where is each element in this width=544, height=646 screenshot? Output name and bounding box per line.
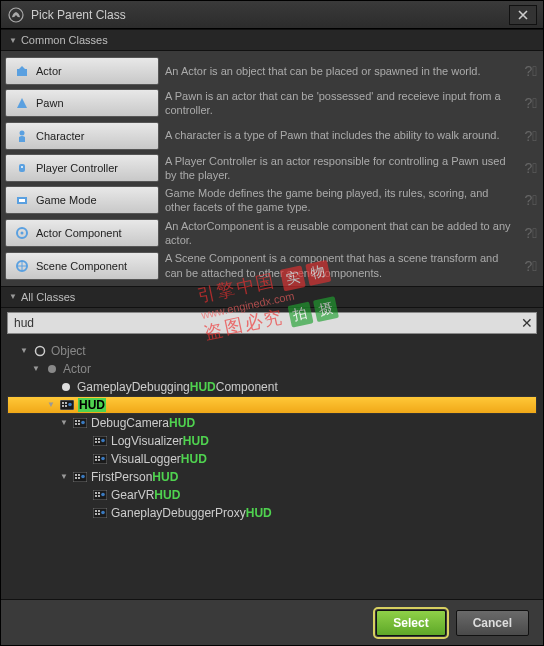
help-icon[interactable]: ?⃝ xyxy=(523,128,539,144)
class-label: Actor xyxy=(36,65,62,77)
tree-node[interactable]: LogVisualizerHUD xyxy=(7,432,537,450)
svg-point-18 xyxy=(62,405,64,407)
svg-point-13 xyxy=(48,365,56,373)
window-title: Pick Parent Class xyxy=(31,8,509,22)
class-row: Game ModeGame Mode defines the game bein… xyxy=(5,186,539,215)
class-button-scene-component[interactable]: Scene Component xyxy=(5,252,159,280)
class-row: CharacterA character is a type of Pawn t… xyxy=(5,122,539,150)
svg-point-37 xyxy=(98,459,100,461)
tree-label: GearVRHUD xyxy=(111,488,180,502)
svg-rect-39 xyxy=(73,472,87,482)
class-description: A Scene Component is a component that ha… xyxy=(165,251,517,280)
class-button-actor-component[interactable]: Actor Component xyxy=(5,219,159,247)
all-classes-header[interactable]: ▼ All Classes xyxy=(1,286,543,308)
tree-label: VisualLoggerHUD xyxy=(111,452,207,466)
class-description: A character is a type of Pawn that inclu… xyxy=(165,128,517,142)
tree-node-actor[interactable]: ▼ Actor xyxy=(7,360,537,378)
class-button-game-mode[interactable]: Game Mode xyxy=(5,186,159,214)
svg-point-19 xyxy=(65,405,67,407)
tree-node[interactable]: VisualLoggerHUD xyxy=(7,450,537,468)
class-icon xyxy=(14,63,30,79)
svg-point-42 xyxy=(75,477,77,479)
svg-point-17 xyxy=(65,402,67,404)
help-icon[interactable]: ?⃝ xyxy=(523,160,539,176)
class-icon xyxy=(33,346,47,356)
common-classes-panel: ActorAn Actor is an object that can be p… xyxy=(1,51,543,286)
tree-label: Actor xyxy=(63,362,91,376)
svg-rect-45 xyxy=(93,490,107,500)
caret-down-icon: ▼ xyxy=(19,346,29,355)
class-button-actor[interactable]: Actor xyxy=(5,57,159,85)
class-button-pawn[interactable]: Pawn xyxy=(5,89,159,117)
class-button-player-controller[interactable]: Player Controller xyxy=(5,154,159,182)
class-label: Game Mode xyxy=(36,194,97,206)
tree-node-object[interactable]: ▼ Object xyxy=(7,342,537,360)
help-icon[interactable]: ?⃝ xyxy=(523,63,539,79)
class-description: An Actor is an object that can be placed… xyxy=(165,64,517,78)
class-icon xyxy=(14,258,30,274)
section-label: All Classes xyxy=(21,291,75,303)
class-icon xyxy=(14,160,30,176)
tree-node[interactable]: ▼DebugCameraHUD xyxy=(7,414,537,432)
svg-point-54 xyxy=(95,513,97,515)
svg-point-50 xyxy=(101,493,105,497)
class-description: A Player Controller is an actor responsi… xyxy=(165,154,517,183)
help-icon[interactable]: ?⃝ xyxy=(523,225,539,241)
tree-label: DebugCameraHUD xyxy=(91,416,195,430)
cancel-button[interactable]: Cancel xyxy=(456,610,529,636)
svg-point-46 xyxy=(95,492,97,494)
svg-point-34 xyxy=(95,456,97,458)
tree-node[interactable]: GameplayDebuggingHUDComponent xyxy=(7,378,537,396)
class-icon xyxy=(59,382,73,392)
tree-label: GaneplayDebuggerProxyHUD xyxy=(111,506,272,520)
section-label: Common Classes xyxy=(21,34,108,46)
help-icon[interactable]: ?⃝ xyxy=(523,95,539,111)
class-icon xyxy=(14,95,30,111)
svg-point-16 xyxy=(62,402,64,404)
class-icon xyxy=(93,454,107,464)
close-button[interactable] xyxy=(509,5,537,25)
svg-point-29 xyxy=(98,438,100,440)
class-description: A Pawn is an actor that can be 'possesse… xyxy=(165,89,517,118)
clear-search-button[interactable]: ✕ xyxy=(518,315,536,331)
svg-point-47 xyxy=(98,492,100,494)
common-classes-header[interactable]: ▼ Common Classes xyxy=(1,29,543,51)
tree-node[interactable]: ▼HUD xyxy=(7,396,537,414)
svg-point-41 xyxy=(78,474,80,476)
svg-rect-15 xyxy=(60,400,74,410)
class-icon xyxy=(93,436,107,446)
class-label: Pawn xyxy=(36,97,64,109)
class-button-character[interactable]: Character xyxy=(5,122,159,150)
class-icon xyxy=(14,225,30,241)
tree-node[interactable]: GearVRHUD xyxy=(7,486,537,504)
svg-point-44 xyxy=(81,475,85,479)
tree-node[interactable]: GaneplayDebuggerProxyHUD xyxy=(7,504,537,522)
svg-point-49 xyxy=(98,495,100,497)
help-icon[interactable]: ?⃝ xyxy=(523,258,539,274)
svg-point-38 xyxy=(101,457,105,461)
search-input[interactable] xyxy=(8,316,518,330)
class-row: PawnA Pawn is an actor that can be 'poss… xyxy=(5,89,539,118)
select-button[interactable]: Select xyxy=(376,610,445,636)
class-label: Player Controller xyxy=(36,162,118,174)
class-label: Actor Component xyxy=(36,227,122,239)
svg-point-43 xyxy=(78,477,80,479)
svg-point-36 xyxy=(95,459,97,461)
tree-node[interactable]: ▼FirstPersonHUD xyxy=(7,468,537,486)
tree-label: GameplayDebuggingHUDComponent xyxy=(77,380,278,394)
svg-point-26 xyxy=(81,421,85,425)
svg-point-30 xyxy=(95,441,97,443)
svg-point-12 xyxy=(36,346,45,355)
svg-point-31 xyxy=(98,441,100,443)
svg-rect-21 xyxy=(73,418,87,428)
class-description: An ActorComponent is a reusable componen… xyxy=(165,219,517,248)
svg-point-24 xyxy=(75,423,77,425)
svg-rect-1 xyxy=(17,69,27,76)
svg-point-35 xyxy=(98,456,100,458)
svg-rect-27 xyxy=(93,436,107,446)
caret-icon: ▼ xyxy=(46,400,56,409)
class-label: Character xyxy=(36,130,84,142)
svg-point-32 xyxy=(101,439,105,443)
help-icon[interactable]: ?⃝ xyxy=(523,192,539,208)
svg-point-22 xyxy=(75,420,77,422)
